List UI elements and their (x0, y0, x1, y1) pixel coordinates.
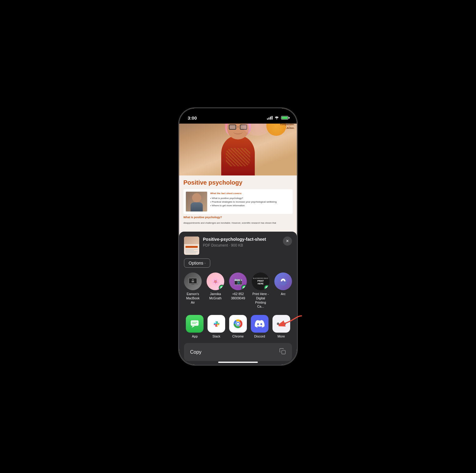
apps-row: App (184, 315, 292, 338)
info-bullet-2: • Practical strategies to increase your … (210, 200, 277, 204)
share-info: Positive-psychology-fact-sheet PDF Docum… (203, 236, 279, 247)
app-label-slack: Slack (212, 334, 220, 338)
share-thumbnail (184, 236, 199, 255)
svg-rect-16 (282, 350, 285, 354)
copy-button[interactable]: Copy (184, 343, 292, 361)
info-image (186, 192, 207, 211)
contact-arc[interactable]: Arc (274, 273, 292, 309)
svg-point-12 (237, 323, 239, 325)
battery-icon (281, 116, 288, 120)
info-bullet-3: • Where to get more information (210, 204, 277, 208)
svg-rect-4 (191, 284, 194, 285)
whatsapp-badge-2 (241, 285, 247, 290)
contact-avatar-blackwood: BLACKWOOD IDEAS PRINT HERE (252, 273, 269, 290)
contact-macbook[interactable]: Eamon's MacBook Air (184, 273, 202, 309)
whatsapp-badge-3 (264, 285, 269, 290)
share-meta: PDF Document · 900 KB (203, 243, 279, 247)
svg-rect-2 (189, 279, 197, 283)
dynamic-island (220, 111, 256, 122)
status-time: 3:00 (188, 115, 197, 121)
app-chrome[interactable]: Chrome (228, 315, 248, 338)
contact-name-blackwood: Print Here - Digital Printing Ca... (252, 292, 269, 309)
contacts-row: Eamon's MacBook Air 🌸 Jannika McGrath (184, 273, 292, 310)
web-subtitle: What is positive psychology? (183, 216, 293, 219)
app-messages[interactable]: App (185, 315, 205, 338)
info-title: What the fact sheet covers: (210, 192, 277, 195)
contact-jannika[interactable]: 🌸 Jannika McGrath (207, 273, 224, 309)
contact-number[interactable]: 📷 +62 852 38009049 (229, 273, 247, 309)
home-indicator (218, 362, 258, 363)
discord-app-icon (251, 315, 269, 333)
chrome-app-icon (229, 315, 247, 333)
contact-avatar-arc (274, 273, 292, 290)
web-paragraph: disappointments and challenges are inevi… (183, 221, 293, 225)
whatsapp-badge (219, 285, 224, 290)
options-button[interactable]: Options › (184, 258, 210, 268)
app-label-chrome: Chrome (232, 334, 243, 338)
web-info-box: What the fact sheet covers: • What is po… (183, 189, 293, 214)
options-label: Options (189, 261, 203, 265)
contact-name-number: +62 852 38009049 (229, 292, 247, 300)
red-arrow (279, 314, 303, 332)
copy-label: Copy (190, 349, 201, 355)
svg-rect-7 (192, 323, 196, 324)
web-body: Positive psychology (179, 175, 297, 228)
app-label-discord: Discord (254, 334, 265, 338)
slack-app-icon (207, 315, 225, 333)
web-page-title: Positive psychology (183, 179, 293, 186)
phone-container: 3:00 (179, 108, 298, 365)
svg-point-0 (276, 118, 277, 119)
chevron-right-icon: › (204, 262, 205, 265)
share-filename: Positive-psychology-fact-sheet (203, 236, 279, 242)
contact-avatar-jannika: 🌸 (207, 273, 224, 290)
close-button[interactable]: × (283, 236, 292, 246)
contact-name-arc: Arc (281, 292, 286, 296)
messages-app-icon (186, 315, 204, 333)
svg-rect-5 (191, 320, 199, 326)
info-bullet-1: • What is positive psychology? (210, 197, 277, 200)
contact-blackwood[interactable]: BLACKWOOD IDEAS PRINT HERE Print Here - … (252, 273, 269, 309)
app-slack[interactable]: Slack (207, 315, 226, 338)
signal-icon (267, 116, 272, 120)
app-discord[interactable]: Discord (250, 315, 269, 338)
copy-icon (279, 348, 286, 356)
info-text: What the fact sheet covers: • What is po… (210, 192, 277, 211)
share-header: Positive-psychology-fact-sheet PDF Docum… (184, 236, 292, 255)
wifi-icon (274, 116, 279, 120)
contact-avatar-number: 📷 (229, 273, 247, 290)
contact-name-jannika: Jannika McGrath (207, 292, 224, 300)
share-sheet: Positive-psychology-fact-sheet PDF Docum… (179, 232, 297, 365)
status-icons (267, 116, 288, 120)
app-label-messages: App (192, 334, 198, 338)
svg-rect-6 (192, 322, 198, 323)
contact-name-macbook: Eamon's MacBook Air (184, 292, 202, 305)
contact-avatar-macbook (184, 273, 202, 290)
app-label-more: More (278, 334, 285, 338)
